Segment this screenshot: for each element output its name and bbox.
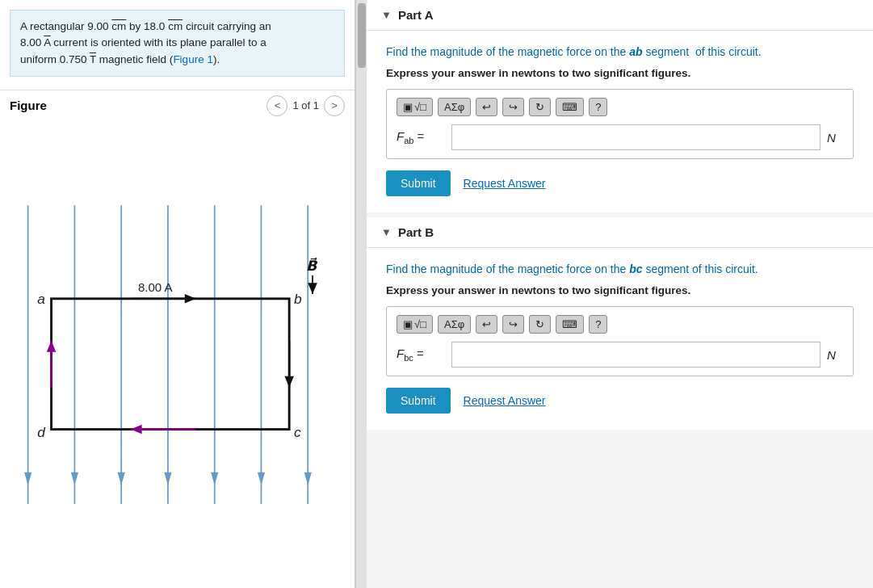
figure-area: a b c d 8.00 A <box>0 121 355 588</box>
problem-description: A rectangular 9.00 cm by 18.0 cm circuit… <box>10 10 345 77</box>
svg-marker-20 <box>131 425 142 435</box>
right-panel: ▼ Part A Find the magnitude of the magne… <box>367 0 873 588</box>
part-b-redo-btn[interactable]: ↪ <box>502 315 524 334</box>
part-b-help-btn[interactable]: ? <box>589 315 607 334</box>
part-a-answer-box: ▣ √□ ΑΣφ ↩ ↪ ↻ ⌨ <box>386 89 854 159</box>
svg-marker-13 <box>304 472 312 485</box>
part-b-answer-box: ▣ √□ ΑΣφ ↩ ↪ ↻ ⌨ <box>386 306 854 376</box>
part-b-toolbar: ▣ √□ ΑΣφ ↩ ↪ ↻ ⌨ <box>397 315 843 334</box>
part-a-keyboard-btn[interactable]: ⌨ <box>556 98 584 116</box>
redo-icon-b: ↪ <box>509 318 518 330</box>
part-a-question: Find the magnitude of the magnetic force… <box>386 44 854 61</box>
part-b-input[interactable] <box>451 342 821 368</box>
part-b-undo-btn[interactable]: ↩ <box>476 315 497 334</box>
refresh-icon-b: ↻ <box>535 318 544 330</box>
svg-rect-14 <box>52 299 290 430</box>
part-b-toggle[interactable]: ▼ <box>381 226 392 238</box>
part-a-matrix-btn[interactable]: ▣ √□ <box>397 98 433 116</box>
undo-icon-b: ↩ <box>482 318 491 330</box>
figure-header: Figure < 1 of 1 > <box>0 90 355 121</box>
part-b-section: ▼ Part B Find the magnitude of the magne… <box>367 217 873 430</box>
part-a-help-btn[interactable]: ? <box>589 98 607 116</box>
part-b-actions: Submit Request Answer <box>386 388 854 414</box>
refresh-icon: ↻ <box>535 101 544 113</box>
matrix-icon: ▣ <box>403 101 413 113</box>
part-a-header: ▼ Part A <box>367 0 873 31</box>
part-a-instruction: Express your answer in newtons to two si… <box>386 67 854 79</box>
help-icon-b: ? <box>595 318 601 330</box>
figure-next-button[interactable]: > <box>324 95 345 116</box>
part-a-section: ▼ Part A Find the magnitude of the magne… <box>367 0 873 212</box>
svg-marker-18 <box>284 376 294 387</box>
part-b-submit-button[interactable]: Submit <box>386 388 451 414</box>
part-a-actions: Submit Request Answer <box>386 170 854 196</box>
greek-icon: ΑΣφ <box>444 101 464 113</box>
svg-marker-9 <box>118 472 125 485</box>
part-b-instruction: Express your answer in newtons to two si… <box>386 284 854 296</box>
svg-marker-12 <box>258 472 265 485</box>
circuit-diagram: a b c d 8.00 A <box>0 121 355 588</box>
part-a-input[interactable] <box>451 124 821 150</box>
corner-a-label: a <box>37 290 45 306</box>
sqrt-icon-b: √□ <box>414 318 426 330</box>
left-panel: A rectangular 9.00 cm by 18.0 cm circuit… <box>0 0 355 588</box>
part-a-undo-btn[interactable]: ↩ <box>476 98 497 116</box>
corner-d-label: d <box>37 424 46 440</box>
part-b-request-answer-link[interactable]: Request Answer <box>464 394 546 407</box>
help-icon: ? <box>595 101 601 113</box>
svg-marker-22 <box>47 341 57 352</box>
part-b-body: Find the magnitude of the magnetic force… <box>367 248 873 430</box>
part-b-matrix-btn[interactable]: ▣ √□ <box>397 315 433 334</box>
figure-counter: 1 of 1 <box>292 99 319 111</box>
svg-marker-24 <box>308 283 317 294</box>
redo-icon: ↪ <box>509 101 518 113</box>
svg-marker-8 <box>71 472 78 485</box>
part-a-title: Part A <box>398 8 434 22</box>
part-b-question: Find the magnitude of the magnetic force… <box>386 261 854 278</box>
part-a-refresh-btn[interactable]: ↻ <box>529 98 551 116</box>
figure-prev-button[interactable]: < <box>267 95 288 116</box>
part-b-keyboard-btn[interactable]: ⌨ <box>556 315 584 334</box>
part-a-redo-btn[interactable]: ↪ <box>502 98 524 116</box>
svg-marker-11 <box>211 472 218 485</box>
part-b-input-row: Fbc = N <box>397 342 843 368</box>
part-a-greek-btn[interactable]: ΑΣφ <box>438 98 471 116</box>
part-a-body: Find the magnitude of the magnetic force… <box>367 31 873 212</box>
part-b-unit: N <box>827 348 843 362</box>
part-b-refresh-btn[interactable]: ↻ <box>529 315 551 334</box>
undo-icon: ↩ <box>482 101 491 113</box>
figure-label: Figure <box>10 99 267 112</box>
scroll-thumb[interactable] <box>358 3 366 68</box>
current-label: 8.00 A <box>138 279 173 293</box>
figure-nav: < 1 of 1 > <box>267 95 345 116</box>
part-a-toolbar: ▣ √□ ΑΣφ ↩ ↪ ↻ ⌨ <box>397 98 843 116</box>
svg-marker-16 <box>185 294 196 304</box>
keyboard-icon: ⌨ <box>562 101 577 113</box>
matrix-icon-b: ▣ <box>403 318 413 330</box>
part-b-header: ▼ Part B <box>367 217 873 248</box>
svg-marker-10 <box>164 472 171 485</box>
corner-c-label: c <box>294 424 301 440</box>
keyboard-icon-b: ⌨ <box>562 318 577 330</box>
svg-marker-7 <box>24 472 31 485</box>
part-a-input-label: Fab = <box>397 129 445 145</box>
part-a-request-answer-link[interactable]: Request Answer <box>464 177 546 190</box>
part-a-unit: N <box>827 131 843 145</box>
part-a-toggle[interactable]: ▼ <box>381 9 392 21</box>
figure-link[interactable]: Figure 1 <box>173 53 213 65</box>
part-a-submit-button[interactable]: Submit <box>386 170 451 196</box>
part-b-title: Part B <box>398 225 434 239</box>
scrollbar[interactable] <box>355 0 367 588</box>
part-b-input-label: Fbc = <box>397 346 445 363</box>
corner-b-label: b <box>294 290 302 306</box>
greek-icon-b: ΑΣφ <box>444 318 464 330</box>
b-vector-label: B⃗ <box>306 257 318 274</box>
part-a-input-row: Fab = N <box>397 124 843 150</box>
part-b-greek-btn[interactable]: ΑΣφ <box>438 315 471 334</box>
sqrt-icon: √□ <box>414 101 426 113</box>
